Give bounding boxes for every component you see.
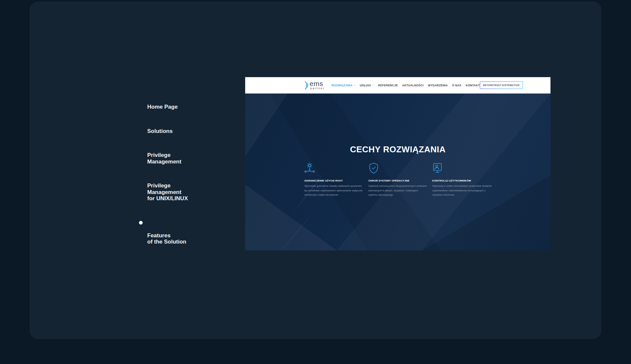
hero-section: CECHY ROZWIĄZANIA OGRANICZENIE UŻYCIA RO… [245,94,550,250]
feature-body: Zapewnij ochronę przed nieupoważnionymi … [368,184,428,197]
feature-chron-systemy-operacyjne: CHROŃ SYSTEMY OPERACYJNE Zapewnij ochron… [368,162,431,197]
feature-title: OGRANICZENIE UŻYCIA ROOT [304,179,366,182]
hero-title: CECHY ROZWIĄZANIA [245,144,550,155]
sidebar-item-label: Features of the Solution [147,232,186,245]
nav-item-uslugi[interactable]: USŁUGI [360,84,374,87]
sidebar-item-features-of-the-solution[interactable]: Features of the Solution [147,220,188,245]
site-header: ems partner ROZWIĄZANIA USŁUGI R [245,77,550,94]
user-monitor-icon [432,162,443,174]
nav-item-label: USŁUGI [360,84,371,87]
gear-network-icon [304,162,315,174]
logo-subtext: partner [310,87,325,90]
website-screenshot: ems partner ROZWIĄZANIA USŁUGI R [245,77,550,251]
logo-arc-icon [304,80,309,90]
nav-item-wydarzenia[interactable]: WYDARZENIA [428,84,448,87]
feature-kontroluj-uzytkownikow: KONTROLUJ UŻYTKOWNIKÓW Wykrywaj w czasie… [432,162,494,197]
nav-item-label: ROZWIĄZANIA [332,84,353,87]
feature-body: Wykrywaj w czasie rzeczywistym podejrzan… [432,184,492,197]
beyondtrust-distribution-button-label: BEYONDTRUST DISTRIBUTION [480,82,523,89]
section-sidebar: Home Page Solutions Privilege Management… [147,104,188,245]
sidebar-item-home-page[interactable]: Home Page [147,104,188,110]
shield-check-icon [368,162,379,174]
site-main-nav: ROZWIĄZANIA USŁUGI REFERENCJE AKTUALNOŚC… [332,84,480,87]
feature-title: KONTROLUJ UŻYTKOWNIKÓW [432,179,494,182]
content-card: Home Page Solutions Privilege Management… [30,1,601,339]
logo-text: ems [310,80,325,87]
ems-partner-logo[interactable]: ems partner [304,80,325,90]
nav-item-referencje[interactable]: REFERENCJE [378,84,398,87]
beyondtrust-distribution-button[interactable]: BEYONDTRUST DISTRIBUTION [480,81,523,89]
nav-item-o-nas[interactable]: O NAS [452,84,461,87]
sidebar-item-solutions[interactable]: Solutions [147,128,188,135]
features-row: OGRANICZENIE UŻYCIA ROOT Wprowadź granul… [304,162,494,197]
feature-title: CHROŃ SYSTEMY OPERACYJNE [368,179,431,182]
feature-body: Wprowadź granularne zasady nadawania upr… [304,184,364,197]
sidebar-item-privilege-management-unix-linux[interactable]: Privilege Management for UNIX/LINUX [147,182,188,202]
nav-item-rozwiazania[interactable]: ROZWIĄZANIA [332,84,356,87]
sidebar-item-privilege-management[interactable]: Privilege Management [147,152,188,165]
nav-item-kontakt[interactable]: KONTAKT [466,84,480,87]
chevron-down-icon [372,85,374,86]
chevron-down-icon [354,85,356,86]
active-bullet-icon [139,221,143,225]
feature-ograniczenie-uzycia-root: OGRANICZENIE UŻYCIA ROOT Wprowadź granul… [304,162,366,197]
nav-item-aktualnosci[interactable]: AKTUALNOŚCI [402,84,424,87]
